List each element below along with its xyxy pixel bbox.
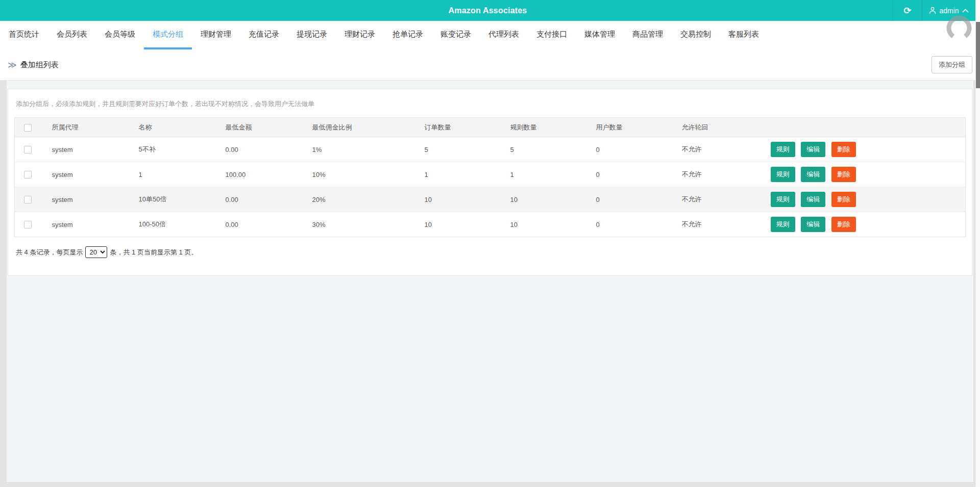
table-row: system 1 100.00 10% 1 1 0 不允许 规则 编辑 删除 [15, 162, 966, 187]
cell-rule-count: 10 [501, 187, 587, 212]
cell-allow-cycle: 不允许 [673, 212, 760, 237]
app-title: Amazon Associates [449, 6, 527, 15]
cell-allow-cycle: 不允许 [673, 162, 760, 187]
app-header: Amazon Associates ⟳ admin [0, 0, 975, 21]
pagination-bar: 共 4 条记录，每页显示 20 条，共 1 页当前显示第 1 页。 [14, 246, 966, 258]
tab-member-list[interactable]: 会员列表 [48, 21, 96, 49]
cell-user-count: 0 [587, 137, 673, 162]
tab-account-change-records[interactable]: 账变记录 [432, 21, 480, 49]
per-page-select[interactable]: 20 [85, 246, 107, 258]
rule-button[interactable]: 规则 [771, 142, 795, 157]
cell-min-commission: 30% [303, 212, 415, 237]
tab-trade-control[interactable]: 交易控制 [672, 21, 720, 49]
rule-button[interactable]: 规则 [771, 192, 795, 207]
cell-name: 10单50倍 [130, 187, 216, 212]
cell-user-count: 0 [587, 187, 673, 212]
cell-min-commission: 1% [303, 137, 415, 162]
cell-agent: system [43, 212, 130, 237]
tab-finance-manage[interactable]: 理财管理 [192, 21, 240, 49]
header-right-controls: ⟳ admin [893, 0, 975, 21]
table-row: system 5不补 0.00 1% 5 5 0 不允许 规则 编辑 删除 [15, 137, 966, 162]
edit-button[interactable]: 编辑 [801, 142, 825, 157]
pagination-suffix: 条，共 1 页当前显示第 1 页。 [110, 248, 198, 257]
refresh-button[interactable]: ⟳ [893, 0, 922, 21]
col-name: 名称 [130, 118, 216, 137]
scrollbar-thumb[interactable] [976, 22, 980, 88]
table-header-row: 所属代理 名称 最低金额 最低佣金比例 订单数量 规则数量 用户数量 允许轮回 [15, 118, 966, 137]
cell-order-count: 5 [415, 137, 501, 162]
edit-button[interactable]: 编辑 [801, 192, 825, 207]
tab-finance-records[interactable]: 理财记录 [336, 21, 384, 49]
row-checkbox[interactable] [24, 171, 32, 178]
delete-button[interactable]: 删除 [831, 142, 856, 157]
col-rule-count: 规则数量 [501, 118, 587, 137]
edit-button[interactable]: 编辑 [801, 217, 825, 232]
col-agent: 所属代理 [43, 118, 130, 137]
cell-name: 1 [130, 162, 216, 187]
cell-agent: system [43, 187, 130, 212]
cell-user-count: 0 [587, 212, 673, 237]
cell-allow-cycle: 不允许 [673, 187, 760, 212]
cell-name: 5不补 [130, 137, 216, 162]
delete-button[interactable]: 删除 [831, 192, 856, 207]
vertical-scrollbar[interactable] [975, 0, 980, 487]
tab-payment-api[interactable]: 支付接口 [528, 21, 576, 49]
cell-min-amount: 100.00 [216, 162, 303, 187]
group-list-panel: 添加分组后，必须添加规则，并且规则需要对应好订单个数，若出现不对称情况，会导致用… [8, 89, 972, 276]
group-table: 所属代理 名称 最低金额 最低佣金比例 订单数量 规则数量 用户数量 允许轮回 … [14, 117, 966, 237]
tab-media-manage[interactable]: 媒体管理 [576, 21, 624, 49]
breadcrumb-bar: ≫ 叠加组列表 添加分组 [0, 49, 980, 81]
pagination-prefix: 共 4 条记录，每页显示 [16, 248, 83, 257]
cell-allow-cycle: 不允许 [673, 137, 760, 162]
delete-button[interactable]: 删除 [831, 167, 856, 182]
cell-user-count: 0 [587, 162, 673, 187]
cell-min-amount: 0.00 [216, 187, 303, 212]
row-checkbox[interactable] [24, 221, 32, 228]
tab-withdraw-records[interactable]: 提现记录 [288, 21, 336, 49]
page-wrapper: 添加分组后，必须添加规则，并且规则需要对应好订单个数，若出现不对称情况，会导致用… [7, 81, 973, 482]
cell-min-commission: 10% [303, 162, 415, 187]
add-group-button[interactable]: 添加分组 [932, 56, 972, 73]
tab-grab-order-records[interactable]: 抢单记录 [384, 21, 432, 49]
col-min-amount: 最低金额 [216, 118, 303, 137]
tab-member-level[interactable]: 会员等级 [96, 21, 144, 49]
cell-name: 100-50倍 [130, 212, 216, 237]
tab-recharge-records[interactable]: 充值记录 [240, 21, 288, 49]
row-checkbox[interactable] [24, 146, 32, 153]
refresh-icon: ⟳ [903, 5, 911, 16]
rule-button[interactable]: 规则 [771, 217, 795, 232]
cell-order-count: 10 [415, 212, 501, 237]
cell-min-amount: 0.00 [216, 137, 303, 162]
col-user-count: 用户数量 [587, 118, 673, 137]
select-all-checkbox[interactable] [24, 124, 32, 132]
cell-order-count: 10 [415, 187, 501, 212]
user-icon [929, 7, 936, 14]
table-row: system 10单50倍 0.00 20% 10 10 0 不允许 规则 编辑… [15, 187, 966, 212]
cell-agent: system [43, 162, 130, 187]
tab-agent-list[interactable]: 代理列表 [480, 21, 528, 49]
row-checkbox[interactable] [24, 196, 32, 203]
page-title: 叠加组列表 [20, 60, 59, 70]
delete-button[interactable]: 删除 [831, 217, 856, 232]
chevron-up-icon [962, 9, 969, 13]
cell-order-count: 1 [415, 162, 501, 187]
table-row: system 100-50倍 0.00 30% 10 10 0 不允许 规则 编… [15, 212, 966, 237]
cell-rule-count: 5 [501, 137, 587, 162]
username-label: admin [939, 7, 959, 15]
edit-button[interactable]: 编辑 [801, 167, 825, 182]
col-allow-cycle: 允许轮回 [673, 118, 760, 137]
user-menu-button[interactable]: admin [922, 0, 975, 21]
tab-mode-group[interactable]: 模式分组 [144, 21, 192, 49]
col-min-commission: 最低佣金比例 [303, 118, 415, 137]
tab-service-list[interactable]: 客服列表 [720, 21, 768, 49]
tab-product-manage[interactable]: 商品管理 [624, 21, 672, 49]
panel-hint-text: 添加分组后，必须添加规则，并且规则需要对应好订单个数，若出现不对称情况，会导致用… [14, 99, 966, 109]
cell-rule-count: 1 [501, 162, 587, 187]
cell-rule-count: 10 [501, 212, 587, 237]
col-order-count: 订单数量 [415, 118, 501, 137]
rule-button[interactable]: 规则 [771, 167, 795, 182]
tab-home-stats[interactable]: 首页统计 [0, 21, 48, 49]
cell-agent: system [43, 137, 130, 162]
breadcrumb-chevron-icon: ≫ [8, 61, 17, 69]
cell-min-commission: 20% [303, 187, 415, 212]
